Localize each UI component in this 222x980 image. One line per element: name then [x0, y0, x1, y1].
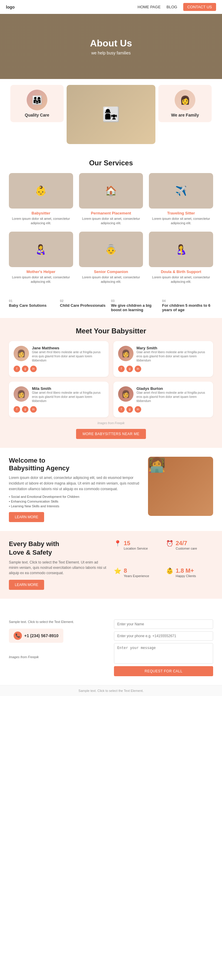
stat-customer-care: ⏰ 24/7 Customer care [166, 540, 213, 563]
baby-icon: 👶 [166, 567, 174, 574]
welcome-text-area: Welcome to Babysitting Agency Lorem ipsu… [9, 457, 142, 522]
star-icon: ⭐ [114, 567, 121, 574]
bottom-bar-text: Sample text. Click to select the Text El… [78, 689, 144, 692]
welcome-heading: Welcome to Babysitting Agency [9, 457, 142, 472]
stat-location-label: Location Service [124, 547, 148, 550]
hero-center-image: 👩‍👧 [67, 85, 155, 144]
mother-helper-desc: Lorem ipsum dolor sit amet, consectetur … [9, 275, 73, 284]
stat-2: 02 Child Care Professionals [60, 299, 111, 312]
mila-instagram-icon[interactable]: in [30, 406, 37, 413]
phone-input[interactable] [114, 631, 213, 641]
every-baby-stats: 📍 15 Location Service ⏰ 24/7 Customer ca… [114, 540, 213, 590]
babysitter-title: Babysitter [9, 211, 73, 215]
jane-socials: f g in [14, 366, 104, 372]
footer-freepik-note: Images from Freepik [9, 655, 108, 660]
welcome-image: 👩‍💻 [148, 457, 213, 516]
request-call-button[interactable]: REQUEST FOR CALL [114, 666, 213, 676]
meet-heading: Meet Your Babysitter [9, 327, 213, 335]
babysitter-image: 👶 [9, 173, 73, 208]
every-baby-learn-button[interactable]: LEARN MORE [9, 580, 44, 590]
mila-google-icon[interactable]: g [22, 406, 29, 413]
welcome-list-item-1: Social and Emotional Development for Chi… [9, 495, 142, 498]
name-input[interactable] [114, 619, 213, 629]
mila-header: 👩 Mila Smith Glae amet rhrol libero mole… [14, 386, 104, 403]
we-are-family-title: We are Family [171, 113, 199, 118]
mary-instagram-icon[interactable]: in [135, 366, 141, 372]
jane-name: Jane Matthews [32, 346, 104, 350]
welcome-learn-button[interactable]: LEARN MORE [9, 512, 44, 522]
service-doula: 🤱 Doula & Birth Support Lorem ipsum dolo… [149, 232, 213, 284]
services-section: Our Services 👶 Babysitter Lorem ipsum do… [0, 150, 222, 293]
stat-experience-num: 8 [124, 567, 149, 574]
jane-avatar: 👩 [14, 346, 29, 361]
jane-facebook-icon[interactable]: f [14, 366, 20, 372]
service-mother-helper: 👩‍🍼 Mother's Helper Lorem ipsum dolor si… [9, 232, 73, 284]
quality-care-image: 👨‍👩‍👧 [27, 90, 47, 110]
stat-3: 03 We give children a big boost on learn… [111, 299, 162, 312]
permanent-title: Permanent Placement [79, 211, 143, 215]
gladys-facebook-icon[interactable]: f [118, 406, 125, 413]
more-btn-wrap: MORE BABYSITTERS NEAR ME [9, 429, 213, 439]
services-heading: Our Services [9, 159, 213, 167]
jane-text: Glae amet rhrol libero molestie ante ut … [32, 350, 104, 363]
mary-google-icon[interactable]: g [126, 366, 133, 372]
meet-section: Meet Your Babysitter 👩 Jane Matthews Gla… [0, 318, 222, 448]
message-input[interactable] [114, 643, 213, 664]
nav-blog[interactable]: BLOG [167, 5, 177, 9]
gladys-header: 👩 Gladys Burton Glae amet rhrol libero m… [118, 386, 208, 403]
clock-icon: ⏰ [166, 540, 174, 547]
every-baby-text: Sample text. Click to select the Text El… [9, 560, 108, 576]
babysitter-jane: 👩 Jane Matthews Glae amet rhrol libero m… [9, 341, 109, 377]
footer-left-text: Sample text. Click to select the Text El… [9, 619, 108, 624]
more-babysitters-button[interactable]: MORE BABYSITTERS NEAR ME [76, 429, 146, 439]
jane-google-icon[interactable]: g [22, 366, 29, 372]
welcome-list: Social and Emotional Development for Chi… [9, 495, 142, 508]
feature-we-are-family: 👩 We are Family [158, 85, 212, 122]
stat-4: 04 For children 5 months to 6 years of a… [162, 299, 213, 312]
gladys-instagram-icon[interactable]: in [135, 406, 141, 413]
feature-quality-care: 👨‍👩‍👧 Quality Care [10, 85, 64, 122]
service-senior: 👵 Senior Companion Lorem ipsum dolor sit… [79, 232, 143, 284]
babysitter-desc: Lorem ipsum dolor sit amet, consectetur … [9, 216, 73, 226]
senior-desc: Lorem ipsum dolor sit amet, consectetur … [79, 275, 143, 284]
mary-facebook-icon[interactable]: f [118, 366, 125, 372]
stat-happy-clients: 👶 1.8 M+ Happy Clients [166, 567, 213, 590]
nav-home[interactable]: HOME PAGE [137, 5, 161, 9]
permanent-desc: Lorem ipsum dolor sit amet, consectetur … [79, 216, 143, 226]
footer-right-form: REQUEST FOR CALL [114, 619, 213, 676]
mary-socials: f g in [118, 366, 208, 372]
spacer [0, 599, 222, 611]
mother-helper-image: 👩‍🍼 [9, 232, 73, 267]
bottom-bar: Sample text. Click to select the Text El… [0, 685, 222, 696]
nav-links: HOME PAGE BLOG CONTACT US [137, 3, 216, 11]
mila-facebook-icon[interactable]: f [14, 406, 20, 413]
welcome-list-item-3: Learning New Skills and Interests [9, 504, 142, 508]
stat-experience-label: Years Experience [124, 574, 149, 578]
jane-header: 👩 Jane Matthews Glae amet rhrol libero m… [14, 346, 104, 363]
mila-socials: f g in [14, 406, 104, 413]
mary-header: 👩 Mary Smith Glae amet rhrol libero mole… [118, 346, 208, 363]
traveling-title: Traveling Sitter [149, 211, 213, 215]
service-traveling: ✈️ Traveling Sitter Lorem ipsum dolor si… [149, 173, 213, 226]
footer-phone-number: +1 (234) 567-8910 [24, 633, 59, 638]
mother-helper-title: Mother's Helper [9, 269, 73, 274]
babysitter-mary: 👩 Mary Smith Glae amet rhrol libero mole… [113, 341, 213, 377]
mary-text: Glae amet rhrol libero molestie ante ut … [136, 350, 208, 363]
nav-cta-button[interactable]: CONTACT US [183, 3, 216, 11]
meet-freepik-note: Images from Freepik [9, 422, 213, 425]
footer-left: Sample text. Click to select the Text El… [9, 619, 108, 676]
stat-1: 01 Baby Care Solutions [9, 299, 60, 312]
hero-subtitle: we help busy families [91, 51, 131, 55]
babysitter-mila: 👩 Mila Smith Glae amet rhrol libero mole… [9, 382, 109, 417]
stat-customer-label: Customer care [176, 547, 197, 550]
mila-avatar: 👩 [14, 386, 29, 402]
senior-image: 👵 [79, 232, 143, 267]
stat-customer-num: 24/7 [176, 540, 197, 547]
gladys-google-icon[interactable]: g [126, 406, 133, 413]
stat-location-num: 15 [124, 540, 148, 547]
stat-location: 📍 15 Location Service [114, 540, 161, 563]
jane-instagram-icon[interactable]: in [30, 366, 37, 372]
gladys-text: Glae amet rhrol libero molestie ante ut … [136, 391, 208, 403]
gladys-socials: f g in [118, 406, 208, 413]
footer-phone-box: 📞 +1 (234) 567-8910 [9, 628, 63, 643]
